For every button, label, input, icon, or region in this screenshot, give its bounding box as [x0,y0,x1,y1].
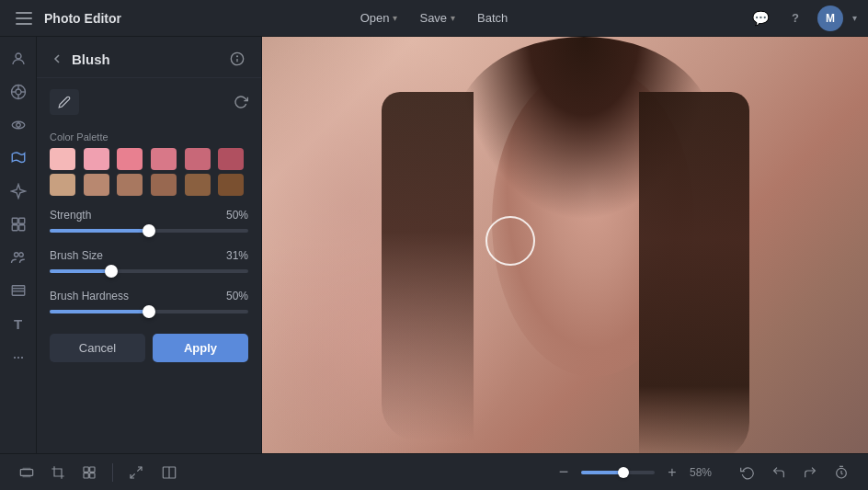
zoom-slider[interactable] [581,471,655,474]
zoom-thumb [618,467,629,478]
panel-header: Blush [37,37,261,78]
save-button[interactable]: Save ▾ [410,7,464,28]
svg-rect-22 [22,467,30,468]
brush-size-label: Brush Size [50,249,103,262]
avatar-chevron-icon[interactable]: ▾ [852,13,857,23]
sidebar-icon-people[interactable] [4,243,33,272]
grid-view-button[interactable] [75,459,103,486]
sidebar-icon-grid[interactable] [4,210,33,239]
svg-point-8 [16,123,20,128]
avatar[interactable]: M [817,6,843,31]
brush-size-slider[interactable] [50,269,248,273]
svg-rect-24 [84,467,88,472]
chat-icon: 💬 [752,10,770,27]
svg-line-29 [131,473,135,478]
save-chevron-icon: ▾ [451,13,455,23]
blush-panel: Blush Color Palette [37,37,262,453]
back-button[interactable] [50,51,64,66]
zoom-out-button[interactable]: − [550,459,577,486]
strength-slider-section: Strength 50% [50,209,248,236]
zoom-controls: − + 58% [550,459,717,486]
color-swatch-1[interactable] [84,148,109,170]
sidebar-icon-brush[interactable] [4,143,33,173]
svg-point-2 [16,89,21,95]
refresh-button[interactable] [234,95,248,109]
svg-rect-26 [84,473,88,477]
hamburger-button[interactable] [11,6,37,31]
sidebar-icon-text[interactable]: T [4,309,33,338]
strength-value: 50% [226,209,248,222]
action-buttons: Cancel Apply [50,334,248,362]
batch-button[interactable]: Batch [468,7,517,28]
hair-left [382,92,474,441]
sidebar-icon-person[interactable] [4,44,33,74]
brush-size-slider-section: Brush Size 31% [50,249,248,277]
color-palette-label: Color Palette [50,131,248,142]
color-swatch-2[interactable] [117,148,143,170]
canvas-area[interactable] [262,37,868,453]
topbar-center: Open ▾ Save ▾ Batch [351,7,518,28]
svg-rect-21 [20,469,32,475]
tool-row [50,89,248,115]
chat-button[interactable]: 💬 [748,6,773,31]
svg-rect-25 [90,467,95,472]
expand-button[interactable] [122,459,150,486]
open-chevron-icon: ▾ [393,13,397,23]
svg-rect-10 [18,218,24,223]
color-swatch-7[interactable] [84,174,109,196]
help-button[interactable]: ? [782,6,808,31]
redo-button[interactable] [796,459,824,486]
undo-button[interactable] [765,459,793,486]
brush-hardness-value: 50% [226,290,248,302]
main: T ··· Blush Colo [0,37,868,453]
svg-rect-23 [22,476,30,477]
zoom-in-button[interactable]: + [658,459,686,486]
color-swatch-4[interactable] [185,148,211,170]
sidebar-icon-sparkle[interactable] [4,177,33,206]
sidebar-icon-eye[interactable] [4,110,33,140]
sidebar-icon-tune[interactable] [4,77,33,107]
hair-right [639,92,749,453]
brush-size-value: 31% [226,249,248,262]
sidebar-icon-more[interactable]: ··· [4,342,33,371]
pencil-tool-button[interactable] [50,89,79,115]
color-swatch-3[interactable] [151,148,177,170]
brush-hardness-label: Brush Hardness [50,290,129,302]
zoom-value: 58% [690,466,717,479]
panel-body: Color Palette Strength 50% Brush Size 31 [37,78,261,373]
strength-slider[interactable] [50,229,248,233]
compare-button[interactable] [155,459,183,486]
color-swatch-6[interactable] [50,174,75,196]
topbar: Photo Editor Open ▾ Save ▾ Batch 💬 ? M ▾ [0,0,868,37]
svg-rect-9 [12,218,17,223]
sidebar-icon-layers[interactable] [4,276,33,305]
cancel-button[interactable]: Cancel [50,334,145,362]
bottom-right-tools [734,459,855,486]
svg-point-13 [14,253,18,257]
color-palette-section: Color Palette [50,131,248,196]
bottom-bar: − + 58% [0,453,868,490]
history-restore-button[interactable] [734,459,761,486]
color-swatch-10[interactable] [185,174,211,196]
brush-hardness-slider[interactable] [50,310,248,313]
topbar-left: Photo Editor [11,6,121,31]
svg-rect-15 [12,286,25,296]
svg-rect-12 [18,225,24,231]
app-title: Photo Editor [44,11,121,26]
layers-button[interactable] [13,459,40,486]
color-swatch-0[interactable] [50,148,75,170]
apply-button[interactable]: Apply [153,334,248,362]
strength-label: Strength [50,209,91,222]
svg-rect-27 [90,473,95,477]
color-swatch-5[interactable] [218,148,244,170]
info-button[interactable] [226,48,248,70]
color-swatch-9[interactable] [151,174,177,196]
open-button[interactable]: Open ▾ [351,7,407,28]
svg-point-0 [16,53,21,59]
color-swatch-11[interactable] [218,174,244,196]
crop-button[interactable] [44,459,72,486]
hamburger-icon [16,12,32,25]
color-swatch-8[interactable] [117,174,143,196]
bottom-divider-1 [112,463,113,482]
timer-button[interactable] [828,459,855,486]
